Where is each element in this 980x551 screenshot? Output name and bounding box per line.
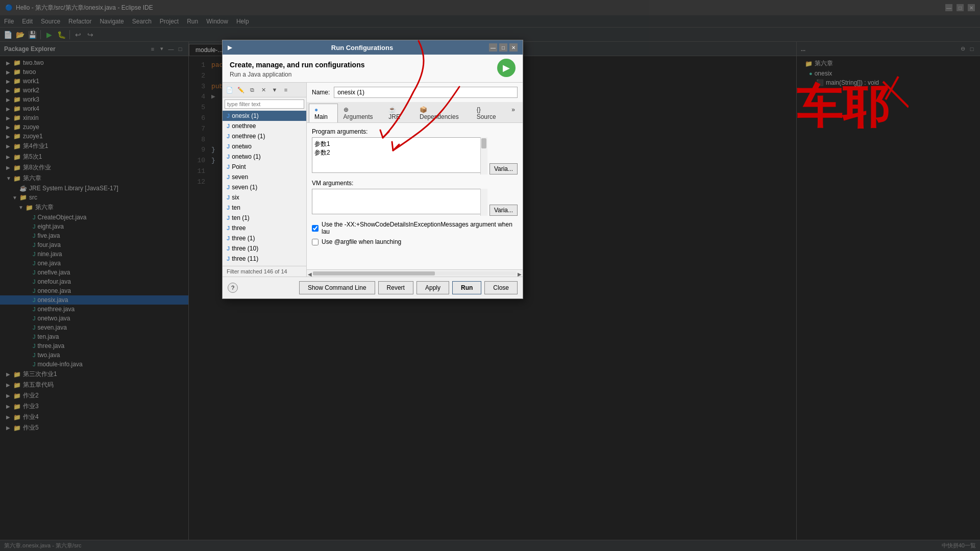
checkbox-argfile-row: Use @argfile when launching xyxy=(312,238,518,245)
source-tab-label: Source xyxy=(477,113,496,120)
config-item-onetwo[interactable]: J onetwo xyxy=(223,141,306,152)
run-icon: ▶ xyxy=(497,59,516,77)
dialog-header: Create, manage, and run configurations R… xyxy=(223,55,523,83)
config-item-label: onethree (1) xyxy=(232,133,265,140)
config-item-three11[interactable]: J three (11) xyxy=(223,254,306,264)
config-edit-button[interactable]: ✏️ xyxy=(236,85,246,95)
config-toolbar: 📄 ✏️ ⧉ ✕ ▼ ≡ xyxy=(223,83,306,97)
dialog-maximize-button[interactable]: □ xyxy=(499,43,507,52)
config-collapse-button[interactable]: ≡ xyxy=(281,85,291,95)
more-tab-label: » xyxy=(511,106,515,113)
dialog-buttons: ? Show Command Line Revert Apply Run Clo… xyxy=(223,277,523,298)
java-config-icon: J xyxy=(227,164,230,170)
config-filter-input[interactable] xyxy=(225,99,304,109)
run-button[interactable]: Run xyxy=(452,281,481,294)
config-new-button[interactable]: 📄 xyxy=(225,85,235,95)
show-command-line-button[interactable]: Show Command Line xyxy=(299,281,375,294)
config-tabs: ● Main ⊕ Arguments ☕ JRE 📦 Dependencies xyxy=(307,102,523,123)
config-footer: Filter matched 146 of 14 xyxy=(223,266,306,277)
java-config-icon: J xyxy=(227,174,230,180)
argfile-label: Use @argfile when launching xyxy=(322,238,401,245)
java-config-icon: J xyxy=(227,113,230,119)
config-item-three10[interactable]: J three (10) xyxy=(223,243,306,254)
name-input[interactable] xyxy=(334,87,518,98)
help-button[interactable]: ? xyxy=(228,283,238,293)
java-config-icon: J xyxy=(227,205,230,211)
tab-content-arguments: Program arguments: 参数1 参数2 Varia... xyxy=(307,123,523,269)
config-item-onethree1[interactable]: J onethree (1) xyxy=(223,131,306,141)
tab-jre[interactable]: ☕ JRE xyxy=(383,104,414,122)
java-config-icon: J xyxy=(227,194,230,201)
close-button[interactable]: Close xyxy=(484,281,518,294)
dialog-body: 📄 ✏️ ⧉ ✕ ▼ ≡ J onesix (1) xyxy=(223,83,523,277)
config-item-six[interactable]: J six xyxy=(223,192,306,203)
config-right-panel: Name: ● Main ⊕ Arguments ☕ JRE xyxy=(307,83,523,277)
config-item-label: three (10) xyxy=(232,245,258,252)
config-filter-button[interactable]: ▼ xyxy=(270,85,280,95)
scroll-left-button[interactable]: ◀ xyxy=(308,271,312,276)
dep-tab-label: Dependencies xyxy=(420,113,459,120)
config-item-ten[interactable]: J ten xyxy=(223,203,306,213)
vm-args-label: VM arguments: xyxy=(312,180,518,187)
java-config-icon: J xyxy=(227,225,230,231)
dep-tab-icon: 📦 xyxy=(420,106,427,113)
dialog-title-bar: ▶ Run Configurations — □ ✕ xyxy=(223,40,523,55)
config-item-three[interactable]: J three xyxy=(223,223,306,233)
config-item-label: Point xyxy=(232,163,246,170)
dialog-run-icon: ▶ xyxy=(228,44,232,51)
java-config-icon: J xyxy=(227,143,230,149)
argfile-checkbox[interactable] xyxy=(312,239,318,245)
config-item-seven1[interactable]: J seven (1) xyxy=(223,182,306,192)
vm-args-field-row: Varia... xyxy=(312,189,518,216)
config-item-onesix1[interactable]: J onesix (1) xyxy=(223,111,306,121)
config-item-label: six xyxy=(232,194,239,201)
config-item-label: ten (1) xyxy=(232,214,250,221)
showcode-label: Use the -XX:+ShowCodeDetailsInExceptionM… xyxy=(322,221,518,235)
config-item-label: seven (1) xyxy=(232,184,257,191)
config-item-onethree[interactable]: J onethree xyxy=(223,121,306,131)
config-item-label: ten xyxy=(232,204,240,211)
tab-source[interactable]: {} Source xyxy=(471,104,506,122)
dialog-minimize-button[interactable]: — xyxy=(489,43,497,52)
config-item-point[interactable]: J Point xyxy=(223,162,306,172)
java-config-icon: J xyxy=(227,184,230,190)
config-left-panel: 📄 ✏️ ⧉ ✕ ▼ ≡ J onesix (1) xyxy=(223,83,307,277)
config-item-label: seven xyxy=(232,173,248,181)
program-args-textarea[interactable]: 参数1 参数2 xyxy=(312,137,487,173)
run-configurations-dialog: ▶ Run Configurations — □ ✕ Create, manag… xyxy=(222,40,523,299)
dialog-header-subtitle: Run a Java application xyxy=(230,71,365,78)
tab-main[interactable]: ● Main xyxy=(309,104,338,122)
config-item-three1[interactable]: J three (1) xyxy=(223,233,306,243)
config-item-ten1[interactable]: J ten (1) xyxy=(223,213,306,223)
config-delete-button[interactable]: ✕ xyxy=(258,85,268,95)
vm-args-textarea[interactable] xyxy=(312,189,487,214)
config-item-onetwo1[interactable]: J onetwo (1) xyxy=(223,152,306,162)
config-copy-button[interactable]: ⧉ xyxy=(247,85,257,95)
dialog-title: Run Configurations xyxy=(331,44,393,52)
tab-dependencies[interactable]: 📦 Dependencies xyxy=(414,104,471,122)
tab-arguments[interactable]: ⊕ Arguments xyxy=(338,104,383,122)
showcode-checkbox[interactable] xyxy=(312,225,318,232)
revert-button[interactable]: Revert xyxy=(378,281,413,294)
args-tab-icon: ⊕ xyxy=(344,106,349,113)
apply-button[interactable]: Apply xyxy=(416,281,449,294)
name-row: Name: xyxy=(307,83,523,102)
scroll-right-button[interactable]: ▶ xyxy=(518,271,522,276)
config-item-label: onethree xyxy=(232,122,256,130)
dialog-close-button[interactable]: ✕ xyxy=(509,43,518,52)
vm-args-variables-button[interactable]: Varia... xyxy=(489,205,518,216)
java-config-icon: J xyxy=(227,245,230,252)
config-item-label: three (1) xyxy=(232,235,255,242)
horizontal-scrollbar[interactable]: ◀ ▶ xyxy=(307,269,523,277)
checkbox-showcode-row: Use the -XX:+ShowCodeDetailsInExceptionM… xyxy=(312,221,518,235)
source-tab-icon: {} xyxy=(477,106,481,113)
config-item-label: three (11) xyxy=(232,255,258,262)
program-args-field-row: 参数1 参数2 Varia... xyxy=(312,137,518,174)
java-config-icon: J xyxy=(227,133,230,139)
config-item-label: onetwo (1) xyxy=(232,153,261,160)
jre-tab-label: JRE xyxy=(388,113,400,120)
program-args-variables-button[interactable]: Varia... xyxy=(489,163,518,174)
config-item-seven[interactable]: J seven xyxy=(223,172,306,182)
tab-more[interactable]: » xyxy=(506,104,521,122)
config-filter-area xyxy=(223,97,306,111)
